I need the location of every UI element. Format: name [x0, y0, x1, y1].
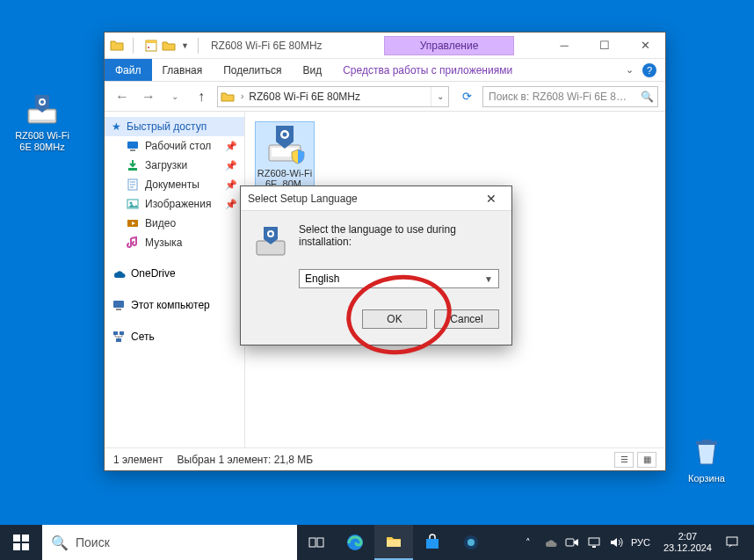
language-select[interactable]: English ▼	[299, 269, 499, 288]
address-dropdown-icon[interactable]: ⌄	[431, 87, 448, 106]
tab-file[interactable]: Файл	[105, 59, 152, 81]
nav-item-video[interactable]: Видео	[105, 214, 244, 233]
dialog-title: Select Setup Language	[248, 193, 478, 205]
tray-date: 23.12.2024	[663, 542, 712, 554]
nav-back-button[interactable]: ←	[112, 86, 133, 107]
uac-shield-icon	[290, 149, 306, 164]
nav-item-pictures[interactable]: Изображения📌	[105, 194, 244, 214]
file-item-rz608-installer[interactable]: RZ608-Wi-Fi_6E_80M...	[256, 122, 314, 189]
nav-recent-dropdown[interactable]: ⌄	[164, 86, 185, 107]
tray-clock[interactable]: 2:07 23.12.2024	[658, 531, 717, 553]
search-placeholder: Поиск в: RZ608 Wi-Fi 6E 80M...	[483, 91, 636, 103]
windows-logo-icon	[13, 535, 29, 550]
maximize-button[interactable]: ☐	[584, 33, 625, 59]
start-button[interactable]	[0, 525, 42, 560]
dialog-close-button[interactable]: ✕	[478, 186, 504, 211]
nav-item-desktop[interactable]: Рабочий стол📌	[105, 136, 244, 156]
svg-rect-31	[309, 538, 315, 547]
svg-rect-10	[128, 168, 137, 171]
nav-item-label: Загрузки	[145, 159, 187, 171]
help-icon[interactable]: ?	[642, 63, 656, 77]
installer-file-icon	[264, 122, 306, 164]
pin-icon: 📌	[225, 160, 237, 171]
taskbar-app[interactable]	[452, 525, 490, 560]
pin-icon: 📌	[225, 199, 237, 210]
tray-language[interactable]: РУС	[631, 537, 650, 548]
documents-icon	[126, 178, 140, 192]
address-folder-icon	[218, 87, 237, 106]
svg-point-23	[283, 133, 287, 137]
nav-network[interactable]: Сеть	[105, 326, 244, 347]
taskbar-search-placeholder: Поиск	[76, 535, 110, 549]
nav-forward-button: →	[138, 86, 159, 107]
status-selection-info: Выбран 1 элемент: 21,8 МБ	[178, 454, 314, 466]
tray-overflow-icon[interactable]: ˄	[521, 535, 535, 549]
qat-dropdown-icon[interactable]: ▼	[181, 41, 189, 50]
breadcrumb-segment[interactable]: RZ608 Wi-Fi 6E 80MHz	[247, 91, 362, 103]
music-icon	[126, 236, 140, 250]
tab-app-tools[interactable]: Средства работы с приложениями	[332, 59, 523, 81]
tray-action-center-icon[interactable]	[725, 535, 739, 549]
recycle-bin-icon	[689, 434, 724, 469]
svg-rect-29	[13, 543, 20, 550]
tray-volume-icon[interactable]	[609, 535, 623, 549]
cancel-button[interactable]: Cancel	[434, 309, 499, 329]
svg-rect-34	[387, 540, 401, 547]
downloads-icon	[126, 158, 140, 172]
nav-up-button[interactable]: ↑	[191, 86, 212, 107]
tray-onedrive-icon[interactable]	[543, 535, 557, 549]
svg-rect-6	[146, 40, 156, 43]
nav-item-music[interactable]: Музыка	[105, 233, 244, 252]
minimize-button[interactable]: ─	[544, 33, 584, 59]
taskbar-file-explorer[interactable]	[374, 525, 413, 560]
navigation-pane: ★ Быстрый доступ Рабочий стол📌Загрузки📌Д…	[105, 112, 245, 447]
address-bar[interactable]: › RZ608 Wi-Fi 6E 80MHz ⌄	[217, 86, 449, 107]
taskbar-search[interactable]: 🔍 Поиск	[42, 525, 297, 560]
nav-onedrive[interactable]: OneDrive	[105, 263, 244, 284]
breadcrumb-sep-icon[interactable]: ›	[237, 91, 247, 101]
svg-rect-35	[426, 539, 439, 549]
view-large-icons-button[interactable]: ▦	[637, 452, 656, 468]
qat-properties-icon[interactable]	[144, 39, 158, 53]
dialog-message: Select the language to use during instal…	[299, 223, 499, 248]
svg-rect-17	[113, 331, 118, 335]
search-box[interactable]: Поиск в: RZ608 Wi-Fi 6E 80M... 🔍	[482, 86, 658, 107]
ribbon-expand-icon[interactable]: ⌄	[626, 64, 634, 76]
ok-button[interactable]: OK	[362, 309, 427, 329]
address-row: ← → ⌄ ↑ › RZ608 Wi-Fi 6E 80MHz ⌄ ⟳ Поиск…	[105, 82, 665, 112]
taskbar-store[interactable]	[413, 525, 452, 560]
task-view-button[interactable]	[297, 525, 336, 560]
search-icon[interactable]: 🔍	[636, 91, 657, 103]
tray-time: 2:07	[663, 531, 712, 542]
nav-item-documents[interactable]: Документы📌	[105, 175, 244, 194]
nav-item-downloads[interactable]: Загрузки📌	[105, 156, 244, 175]
nav-this-pc[interactable]: Этот компьютер	[105, 295, 244, 316]
close-button[interactable]: ✕	[625, 33, 665, 59]
tab-share[interactable]: Поделиться	[213, 59, 292, 81]
taskbar-edge[interactable]	[336, 525, 374, 560]
recycle-bin[interactable]: Корзина	[673, 434, 740, 484]
folder-icon	[110, 39, 124, 53]
status-bar: 1 элемент Выбран 1 элемент: 21,8 МБ ☰ ▦	[105, 447, 665, 470]
this-pc-icon	[112, 298, 126, 312]
desktop-icon	[126, 139, 140, 153]
qat-new-folder-icon[interactable]	[162, 39, 176, 53]
svg-rect-30	[22, 543, 29, 550]
nav-item-label: Рабочий стол	[145, 140, 211, 152]
tab-view[interactable]: Вид	[292, 59, 332, 81]
tray-meet-now-icon[interactable]	[565, 535, 579, 549]
svg-rect-38	[566, 539, 574, 546]
nav-quick-access[interactable]: ★ Быстрый доступ	[105, 117, 244, 136]
tray-network-icon[interactable]	[587, 535, 601, 549]
network-icon	[112, 330, 126, 344]
view-details-button[interactable]: ☰	[614, 452, 634, 468]
pin-icon: 📌	[225, 179, 237, 191]
refresh-button[interactable]: ⟳	[456, 87, 477, 106]
context-tab-header[interactable]: Управление	[384, 36, 515, 55]
pictures-icon	[126, 197, 140, 211]
dialog-title-bar[interactable]: Select Setup Language ✕	[241, 186, 511, 211]
nav-item-label: Видео	[145, 217, 176, 229]
desktop-shortcut-rz608[interactable]: RZ608 Wi-Fi 6E 80MHz	[9, 91, 76, 153]
nav-item-label: Документы	[145, 178, 199, 191]
tab-home[interactable]: Главная	[152, 59, 214, 81]
